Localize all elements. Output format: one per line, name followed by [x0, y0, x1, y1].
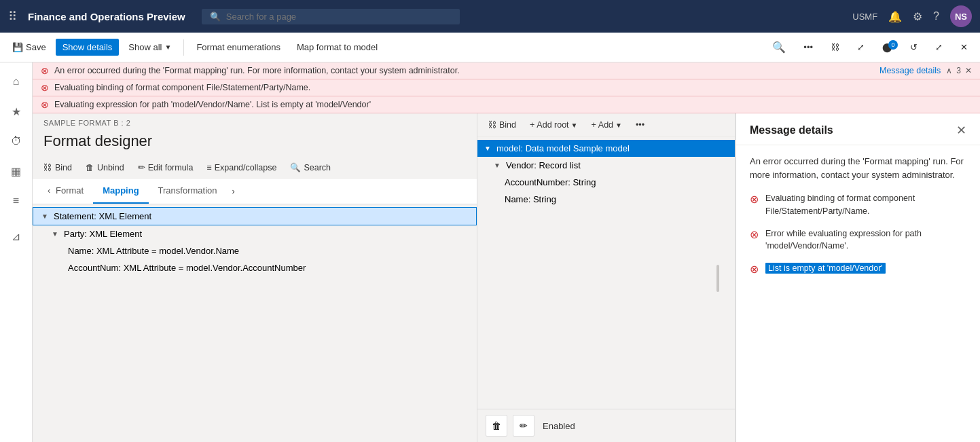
badge-count: 0	[888, 40, 898, 50]
map-item-vendor[interactable]: ▼ Vendor: Record list	[477, 157, 735, 174]
message-title: Message details	[750, 124, 833, 136]
tree-item-accountnum[interactable]: AccountNum: XML Attribute = model.Vendor…	[33, 259, 477, 276]
mapping-bind-button[interactable]: ⛓ Bind	[483, 117, 522, 132]
add-plus-icon: +	[592, 120, 596, 130]
sample-label: SAMPLE FORMAT B : 2	[33, 113, 477, 130]
message-details-link[interactable]: Message details	[879, 66, 941, 75]
tab-next-button[interactable]: ›	[230, 184, 238, 199]
error-icon-1: ⊗	[41, 65, 49, 76]
enabled-status: Enabled	[543, 421, 575, 431]
edit-icon: ✏	[138, 162, 145, 172]
toolbar-refresh-button[interactable]: ↺	[903, 39, 924, 56]
bind-button[interactable]: ⛓ Bind	[38, 160, 77, 175]
content-wrapper: ⊗ An error occurred during the 'Format m…	[33, 62, 980, 442]
search-input[interactable]	[226, 12, 452, 22]
toolbar-link-button[interactable]: ⛓	[824, 39, 846, 56]
message-error-3: ⊗ List is empty at 'model/Vendor'	[750, 262, 966, 276]
settings-icon[interactable]: ⚙	[913, 10, 922, 23]
help-icon[interactable]: ?	[933, 10, 939, 22]
error-text-1: An error occurred during the 'Format map…	[54, 66, 874, 75]
show-details-button[interactable]: Show details	[56, 39, 120, 56]
sidebar-item-modules[interactable]: ≡	[3, 187, 30, 215]
unbind-button[interactable]: 🗑 Unbind	[80, 160, 130, 175]
bell-icon[interactable]: 🔔	[888, 10, 902, 23]
recent-icon: ⏱	[11, 135, 22, 147]
tree-item-statement[interactable]: ▼ Statement: XML Element	[33, 207, 477, 225]
message-close-button[interactable]: ✕	[956, 123, 966, 138]
mapping-more-button[interactable]: •••	[630, 117, 650, 132]
msg-error-icon-1: ⊗	[750, 193, 759, 206]
sidebar-item-favorites[interactable]: ★	[3, 98, 30, 125]
delete-footer-button[interactable]: 🗑	[486, 415, 507, 437]
highlighted-error-text: List is empty at 'model/Vendor'	[765, 263, 886, 274]
tree-item-party[interactable]: ▼ Party: XML Element	[33, 225, 477, 242]
msg-error-text-1: Evaluating binding of format component F…	[765, 192, 966, 218]
error-icon-2: ⊗	[41, 82, 49, 93]
search-icon-panel: 🔍	[290, 162, 301, 172]
format-tree: ▼ Statement: XML Element ▼ Party: XML El…	[33, 204, 477, 442]
message-error-1: ⊗ Evaluating binding of format component…	[750, 192, 966, 218]
add-root-chevron: ▼	[571, 122, 578, 129]
chevron-left-icon: ‹	[48, 185, 50, 196]
save-button[interactable]: 💾 Save	[5, 39, 53, 56]
search-button[interactable]: 🔍 Search	[285, 160, 336, 175]
error-text-3: Evaluating expression for path 'model/Ve…	[54, 100, 972, 109]
mapping-toolbar: ⛓ Bind + Add root ▼ + Add ▼ •••	[477, 113, 735, 137]
tab-transformation[interactable]: Transformation	[149, 179, 227, 204]
grid-icon[interactable]: ⠿	[8, 9, 17, 24]
sidebar-item-home[interactable]: ⌂	[3, 68, 30, 95]
add-button[interactable]: + Add ▼	[586, 117, 628, 132]
msg-error-text-3: List is empty at 'model/Vendor'	[765, 262, 886, 275]
error-close-icon[interactable]: ✕	[965, 66, 972, 75]
message-body: An error occurred during the 'Format map…	[736, 145, 980, 442]
mapping-footer: 🗑 ✏ Enabled	[477, 409, 735, 442]
error-bar-3: ⊗ Evaluating expression for path 'model/…	[33, 96, 980, 113]
app-title: Finance and Operations Preview	[28, 11, 185, 22]
save-icon: 💾	[12, 42, 23, 52]
format-panel-toolbar: ⛓ Bind 🗑 Unbind ✏ Edit formula ≡ Expand/…	[33, 157, 477, 179]
expand-collapse-button[interactable]: ≡ Expand/collapse	[201, 160, 282, 175]
tab-mapping[interactable]: Mapping	[93, 179, 148, 204]
format-enumerations-button[interactable]: Format enumerations	[189, 39, 287, 56]
sidebar-item-recent[interactable]: ⏱	[3, 128, 30, 155]
main-area: ⌂ ★ ⏱ ▦ ≡ ⊿ ⊗ An error occurred during t…	[0, 62, 980, 442]
edit-footer-button[interactable]: ✏	[513, 415, 534, 437]
message-error-2: ⊗ Error while evaluating expression for …	[750, 227, 966, 253]
sidebar-item-workspaces[interactable]: ▦	[3, 158, 30, 185]
tree-item-name[interactable]: Name: XML Attribute = model.Vendor.Name	[33, 242, 477, 259]
toolbar-newwindow-button[interactable]: ⤢	[928, 39, 949, 56]
favorites-icon: ★	[12, 105, 21, 118]
user-label: USMF	[852, 12, 877, 22]
map-item-name-string[interactable]: Name: String	[477, 191, 735, 208]
add-root-button[interactable]: + Add root ▼	[524, 117, 583, 132]
toolbar-more-button[interactable]: •••	[797, 39, 820, 56]
chevron-up-icon[interactable]: ∧	[946, 66, 952, 75]
delete-footer-icon: 🗑	[492, 420, 501, 431]
format-tabs: ‹ Format Mapping Transformation ›	[33, 179, 477, 204]
message-details-panel: Message details ✕ An error occurred duri…	[736, 113, 980, 442]
sidebar-item-filter[interactable]: ⊿	[3, 223, 30, 250]
avatar[interactable]: NS	[950, 5, 972, 27]
edit-footer-icon: ✏	[520, 420, 528, 431]
search-bar[interactable]: 🔍	[202, 9, 460, 24]
map-item-model[interactable]: ▼ model: Data model Sample model	[477, 140, 735, 157]
error-icon-3: ⊗	[41, 99, 49, 110]
chevron-vendor: ▼	[494, 162, 502, 169]
filter-icon: ⊿	[12, 230, 20, 243]
map-item-accountnumber[interactable]: AccountNumber: String	[477, 174, 735, 191]
left-sidebar: ⌂ ★ ⏱ ▦ ≡ ⊿	[0, 62, 33, 442]
message-summary: An error occurred during the 'Format map…	[750, 155, 966, 181]
toolbar-expand-button[interactable]: ⤢	[850, 39, 871, 56]
error-controls: ∧ 3 ✕	[946, 66, 972, 75]
top-nav: ⠿ Finance and Operations Preview 🔍 USMF …	[0, 0, 980, 33]
toolbar-badge-button[interactable]: ⬤ 0	[875, 39, 899, 56]
toolbar-search-button[interactable]: 🔍	[765, 37, 793, 57]
expand-icon: ≡	[206, 163, 211, 172]
show-all-button[interactable]: Show all ▼	[122, 39, 178, 56]
tab-format[interactable]: ‹ Format	[38, 179, 93, 204]
edit-formula-button[interactable]: ✏ Edit formula	[132, 160, 199, 175]
msg-error-icon-2: ⊗	[750, 228, 759, 241]
toolbar-close-button[interactable]: ✕	[954, 39, 975, 56]
add-root-plus-icon: +	[530, 120, 534, 130]
map-format-to-model-button[interactable]: Map format to model	[290, 39, 384, 56]
